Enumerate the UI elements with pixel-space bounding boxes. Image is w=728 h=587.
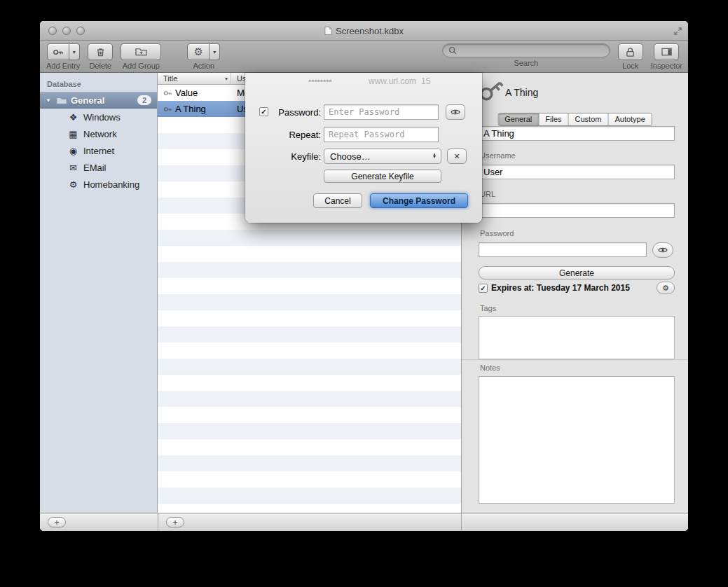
column-title-label: Title — [163, 74, 177, 83]
reveal-password-button[interactable] — [652, 242, 673, 258]
sidebar-item-homebanking[interactable]: ⚙ Homebanking — [40, 176, 157, 193]
repeat-password-input[interactable] — [324, 127, 439, 142]
delete-button[interactable] — [88, 43, 113, 60]
notes-label: Notes — [480, 364, 500, 372]
search-field[interactable] — [442, 43, 610, 57]
action-button[interactable]: ⚙ — [187, 43, 210, 60]
plus-icon: + — [54, 518, 59, 527]
inspector-divider — [462, 359, 688, 360]
add-entry-button[interactable] — [47, 43, 69, 60]
cancel-label: Cancel — [324, 196, 350, 206]
inspector-button[interactable] — [654, 43, 679, 60]
clear-keyfile-button[interactable]: ✕ — [447, 149, 467, 164]
column-header-title[interactable]: Title ▾ — [158, 73, 231, 84]
tab-files[interactable]: Files — [539, 113, 568, 125]
search-label: Search — [514, 59, 538, 67]
sheet-keyfile-label: Keyfile: — [269, 151, 321, 162]
sidebar-item-network[interactable]: ▦ Network — [40, 125, 157, 142]
expires-row: ✓ Expires at: Tuesday 17 March 2015 — [479, 283, 630, 293]
close-icon: ✕ — [453, 152, 460, 161]
internet-group-icon: ◉ — [68, 146, 78, 156]
add-group-control: Add Group — [121, 43, 161, 70]
app-window: Screenshot.kdbx ▾ Add Entry — [40, 21, 688, 531]
password-field[interactable] — [479, 242, 647, 257]
sidebar-group-general[interactable]: ▼ General 2 — [40, 92, 157, 109]
url-field[interactable] — [479, 203, 675, 218]
background-entry-ghost-text: •••••••• www.url.com 15 — [245, 76, 482, 86]
network-group-icon: ▦ — [68, 129, 78, 139]
stepper-down-icon: ▼ — [432, 156, 437, 159]
sidebar-item-label: EMail — [83, 163, 107, 173]
folder-icon — [56, 96, 67, 105]
show-password-button[interactable] — [446, 104, 465, 120]
username-field[interactable] — [479, 165, 675, 179]
username-label: Username — [480, 151, 516, 160]
screen: { "window": { "title": "Screenshot.kdbx"… — [0, 0, 728, 587]
chevron-down-icon: ▾ — [73, 49, 76, 55]
check-icon: ✓ — [480, 284, 486, 292]
close-window-button[interactable] — [48, 27, 57, 35]
document-icon — [324, 26, 332, 36]
add-entry-dropdown-button[interactable]: ▾ — [69, 43, 80, 60]
tab-custom[interactable]: Custom — [569, 113, 609, 125]
entry-title: Value — [175, 88, 198, 98]
tab-autotype[interactable]: Autotype — [608, 113, 651, 125]
add-group-plus-button[interactable]: + — [48, 517, 66, 527]
homebanking-group-icon: ⚙ — [68, 179, 78, 190]
inspector-entry-title: A Thing — [505, 87, 538, 98]
keyfile-popup[interactable]: Choose… ▲ ▼ — [324, 149, 441, 164]
password-checkbox[interactable]: ✓ — [259, 107, 268, 116]
generate-label: Generate — [559, 268, 594, 278]
password-label: Password — [480, 229, 514, 237]
tags-label: Tags — [480, 304, 496, 312]
ghost-url: www.url.com — [369, 76, 416, 86]
add-group-button[interactable] — [121, 43, 161, 60]
action-control: ⚙ ▾ Action — [187, 43, 220, 70]
sidebar-item-label: Internet — [83, 146, 114, 156]
change-password-button[interactable]: Change Password — [370, 193, 468, 208]
sidebar-item-internet[interactable]: ◉ Internet — [40, 142, 157, 159]
notes-input[interactable] — [479, 376, 675, 504]
sidebar-group-badge: 2 — [137, 95, 151, 105]
action-label: Action — [193, 62, 215, 70]
inspector-panel-icon — [661, 48, 672, 56]
change-password-label: Change Password — [383, 196, 455, 206]
expires-options-button[interactable]: ⚙ — [657, 282, 675, 294]
add-entry-label: Add Entry — [46, 62, 80, 70]
title-field[interactable] — [479, 126, 675, 141]
eye-icon — [451, 109, 460, 116]
lock-button[interactable] — [618, 43, 643, 60]
minimize-window-button[interactable] — [62, 27, 71, 35]
search-input[interactable] — [460, 46, 604, 55]
key-icon — [163, 89, 172, 97]
gear-icon: ⚙ — [194, 46, 203, 58]
expires-label: Expires at: Tuesday 17 March 2015 — [491, 283, 630, 293]
change-password-sheet: •••••••• www.url.com 15 ✓ Password: Repe… — [245, 73, 482, 223]
bottom-bar: + + — [40, 513, 688, 531]
check-icon: ✓ — [261, 108, 266, 116]
url-label: URL — [480, 190, 495, 198]
generate-password-button[interactable]: Generate — [479, 266, 675, 279]
window-title: Screenshot.kdbx — [336, 26, 404, 36]
sidebar-item-windows[interactable]: ❖ Windows — [40, 109, 157, 125]
new-password-input[interactable] — [324, 104, 439, 120]
sidebar-item-label: Network — [83, 129, 117, 139]
action-dropdown-button[interactable]: ▾ — [210, 43, 220, 60]
sidebar: Database ▼ General 2 ❖ Windows ▦ Network… — [40, 73, 158, 513]
expires-checkbox[interactable]: ✓ — [479, 284, 488, 293]
sidebar-item-email[interactable]: ✉ EMail — [40, 159, 157, 176]
sidebar-group-label: General — [71, 95, 104, 106]
key-icon — [53, 47, 63, 57]
sheet-repeat-label: Repeat: — [269, 130, 321, 140]
gear-icon: ⚙ — [662, 284, 669, 293]
fullscreen-icon[interactable] — [674, 27, 682, 37]
sort-arrow-icon: ▾ — [225, 76, 228, 82]
tab-general[interactable]: General — [498, 113, 539, 125]
disclosure-triangle-icon[interactable]: ▼ — [46, 97, 53, 104]
cancel-button[interactable]: Cancel — [313, 193, 362, 208]
add-entry-plus-button[interactable]: + — [166, 517, 184, 527]
inspector-label: Inspector — [651, 62, 682, 70]
generate-keyfile-button[interactable]: Generate Keyfile — [324, 170, 441, 183]
zoom-window-button[interactable] — [76, 27, 85, 35]
tags-input[interactable] — [479, 316, 675, 359]
